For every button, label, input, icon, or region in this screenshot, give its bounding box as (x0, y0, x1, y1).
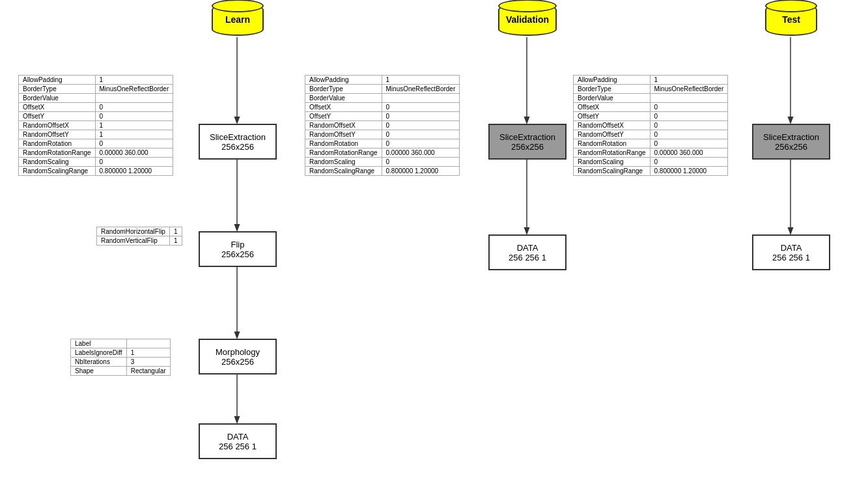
slice-validation-node[interactable]: SliceExtraction256x256 (488, 124, 567, 160)
flip-params: RandomHorizontalFlip1 RandomVerticalFlip… (96, 227, 182, 246)
morphology-params: Label LabelsIgnoreDiff1 NbIterations3 Sh… (70, 339, 171, 376)
validation-node[interactable]: Validation (498, 3, 557, 36)
slice-learn-params: AllowPadding1 BorderTypeMinusOneReflectB… (18, 75, 173, 176)
slice-learn-node[interactable]: SliceExtraction256x256 (199, 124, 277, 160)
test-node[interactable]: Test (765, 3, 817, 36)
slice-test-params: AllowPadding1 BorderTypeMinusOneReflectB… (573, 75, 728, 176)
morphology-learn-node[interactable]: Morphology256x256 (199, 339, 277, 374)
flip-learn-node[interactable]: Flip256x256 (199, 231, 277, 267)
slice-validation-params: AllowPadding1 BorderTypeMinusOneReflectB… (305, 75, 460, 176)
slice-test-node[interactable]: SliceExtraction256x256 (752, 124, 830, 160)
data-validation-node[interactable]: DATA256 256 1 (488, 234, 567, 270)
main-canvas: Learn Validation Test AllowPadding1 Bord… (0, 0, 868, 480)
data-test-node[interactable]: DATA256 256 1 (752, 234, 830, 270)
learn-node[interactable]: Learn (212, 3, 264, 36)
data-learn-node[interactable]: DATA256 256 1 (199, 423, 277, 459)
